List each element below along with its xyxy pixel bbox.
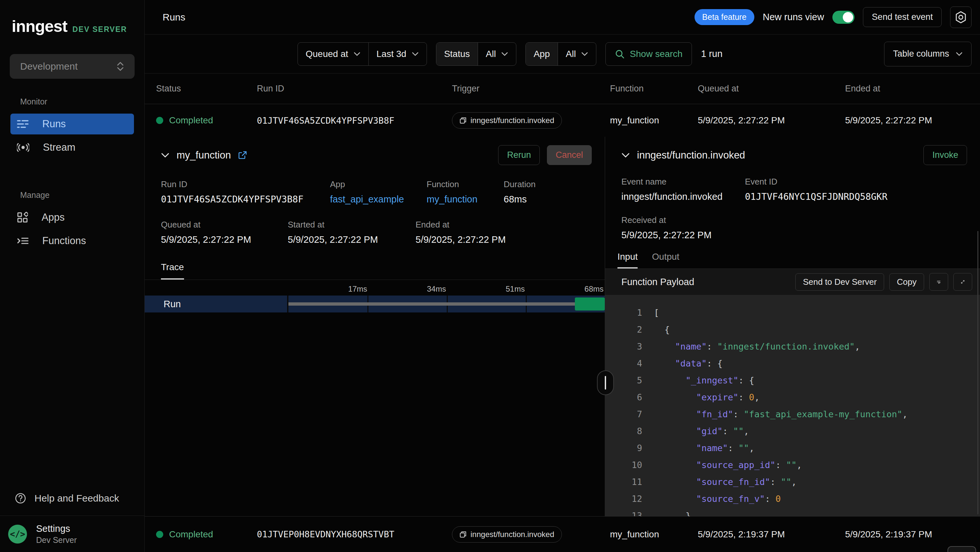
line-number: 10	[605, 460, 654, 470]
nav-section-monitor: Monitor	[0, 97, 144, 112]
chevron-down-icon	[581, 52, 588, 56]
sidebar-item-runs[interactable]: Runs	[10, 113, 134, 134]
sidebar-spacer	[0, 252, 144, 493]
event-id-field: Event ID 01JTVF46NYC1QSFJDNRDQ58GKR	[745, 177, 887, 202]
trigger-pill[interactable]: inngest/function.invoked	[452, 112, 562, 129]
queued-at-value: 5/9/2025, 2:27:22 PM	[698, 115, 845, 126]
code-line: 3 "name": "inngest/function.invoked",	[605, 338, 980, 355]
settings-gear-button[interactable]	[950, 6, 972, 28]
line-number: 9	[605, 443, 654, 453]
line-number: 4	[605, 358, 654, 369]
ended-at-label: Ended at	[415, 220, 506, 230]
settings-subtitle: Dev Server	[36, 535, 77, 545]
event-icon	[460, 531, 466, 538]
column-header-queued-at: Queued at	[698, 84, 845, 94]
sidebar-item-label: Stream	[43, 142, 75, 153]
table-row[interactable]: Completed 01JTVF46SA5ZCDK4YPFSPV3B8F inn…	[145, 104, 980, 137]
cancel-button[interactable]: Cancel	[547, 145, 592, 165]
logo-text: inngest	[12, 17, 67, 36]
environment-select-value: Development	[20, 61, 78, 72]
trigger-cell: inngest/function.invoked	[452, 112, 610, 129]
help-label: Help and Feedback	[35, 493, 119, 504]
queued-at-value: 5/9/2025, 2:27:22 PM	[161, 235, 288, 245]
received-at-value: 5/9/2025, 2:27:22 PM	[621, 230, 980, 241]
collapse-chevron-icon[interactable]	[161, 153, 169, 158]
expand-icon	[961, 277, 965, 286]
settings-link[interactable]: </> Settings Dev Server	[0, 515, 144, 552]
column-header-run-id: Run ID	[257, 84, 452, 94]
external-link-icon[interactable]	[238, 151, 247, 160]
line-number: 6	[605, 392, 654, 402]
app-link[interactable]: fast_api_example	[330, 194, 426, 205]
topbar: Runs Beta feature New runs view Send tes…	[145, 0, 980, 35]
line-number: 7	[605, 409, 654, 419]
sidebar-item-stream[interactable]: Stream	[10, 137, 134, 158]
trace-queue-line	[288, 302, 576, 306]
send-test-event-button[interactable]: Send test event	[863, 7, 942, 27]
trace-timeline: 17ms 34ms 51ms 68ms Run	[145, 282, 605, 313]
toggle-knob	[843, 12, 853, 22]
environment-select[interactable]: Development	[10, 54, 135, 79]
show-search-button[interactable]: Show search	[605, 42, 692, 66]
chevron-down-icon	[412, 52, 419, 56]
invoke-button[interactable]: Invoke	[923, 145, 967, 165]
run-detail-area: my_function Rerun Cancel Run ID 01JTVF46…	[145, 137, 980, 516]
scrollbar[interactable]	[977, 231, 978, 514]
tab-input[interactable]: Input	[617, 252, 638, 268]
status-filter-value-segment[interactable]: All	[478, 43, 516, 65]
table-row[interactable]: Completed 01JTVEP0H8EVDNYXH68QRSTVBT inn…	[145, 516, 980, 552]
run-id: 01JTVF46SA5ZCDK4YPFSPV3B8F	[257, 116, 452, 126]
chevron-up-down-icon	[116, 61, 125, 72]
expand-payload-button[interactable]	[953, 273, 972, 290]
event-panel-header: inngest/function.invoked Invoke	[605, 137, 980, 165]
code-line: 11 "source_fn_id": "",	[605, 473, 980, 490]
tab-output[interactable]: Output	[652, 252, 679, 268]
help-and-feedback-link[interactable]: Help and Feedback	[0, 493, 144, 515]
collapse-chevron-icon[interactable]	[621, 153, 630, 158]
apps-icon	[17, 212, 28, 223]
trace-run-row[interactable]: Run	[145, 295, 605, 313]
function-payload-header: Function Payload Send to Dev Server Copy	[605, 269, 980, 295]
scroll-corner-button[interactable]	[948, 546, 976, 552]
table-columns-label: Table columns	[893, 49, 949, 59]
run-status: Completed	[156, 115, 257, 126]
status-label: Completed	[169, 115, 213, 126]
settings-text: Settings Dev Server	[36, 523, 77, 545]
word-wrap-button[interactable]	[929, 273, 948, 290]
rerun-button[interactable]: Rerun	[498, 145, 540, 165]
payload-code[interactable]: 1[2 {3 "name": "inngest/function.invoked…	[605, 295, 980, 516]
payload-tabs: Input Output	[605, 252, 980, 269]
panel-resize-handle[interactable]	[597, 370, 614, 395]
app-filter-label: App	[534, 49, 550, 59]
queued-at-filter[interactable]: Queued at	[298, 43, 369, 65]
trigger-pill[interactable]: inngest/function.invoked	[452, 526, 562, 542]
time-range-filter[interactable]: Last 3d	[369, 43, 426, 65]
code-text: "gid": "",	[654, 426, 749, 436]
send-to-dev-server-button[interactable]: Send to Dev Server	[795, 273, 884, 290]
sidebar-item-apps[interactable]: Apps	[10, 207, 134, 228]
line-number: 8	[605, 426, 654, 436]
new-runs-view-toggle[interactable]	[832, 11, 854, 24]
run-function-title: my_function	[177, 149, 231, 161]
queued-at-filter-label: Queued at	[305, 49, 348, 59]
table-columns-button[interactable]: Table columns	[884, 41, 972, 66]
main-content: Runs Beta feature New runs view Send tes…	[145, 0, 980, 552]
stream-icon	[17, 142, 29, 153]
time-range-filter-value: Last 3d	[377, 49, 406, 59]
column-header-status: Status	[156, 84, 257, 94]
code-text: "data": {	[654, 358, 722, 369]
trace-run-track	[288, 295, 605, 313]
function-link[interactable]: my_function	[426, 194, 504, 205]
ended-at-value: 5/9/2025, 2:27:22 PM	[415, 235, 506, 245]
copy-button[interactable]: Copy	[889, 273, 924, 290]
search-icon	[615, 49, 625, 59]
sidebar-item-functions[interactable]: Functions	[10, 230, 134, 251]
line-number: 13	[605, 511, 654, 517]
trace-tick-row: 17ms 34ms 51ms 68ms	[145, 282, 605, 295]
code-line: 8 "gid": "",	[605, 423, 980, 439]
tab-trace[interactable]: Trace	[161, 262, 184, 279]
status-filter-label: Status	[444, 49, 470, 59]
function-name: my_function	[610, 115, 698, 126]
queued-at-field: Queued at 5/9/2025, 2:27:22 PM	[161, 220, 288, 245]
app-filter-value-segment[interactable]: All	[558, 43, 596, 65]
